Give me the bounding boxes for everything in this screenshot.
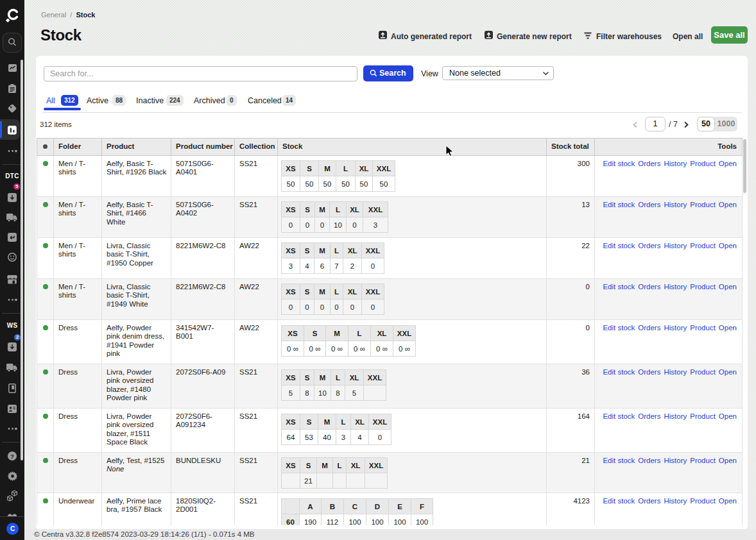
svg-text:?: ? [10, 453, 14, 460]
